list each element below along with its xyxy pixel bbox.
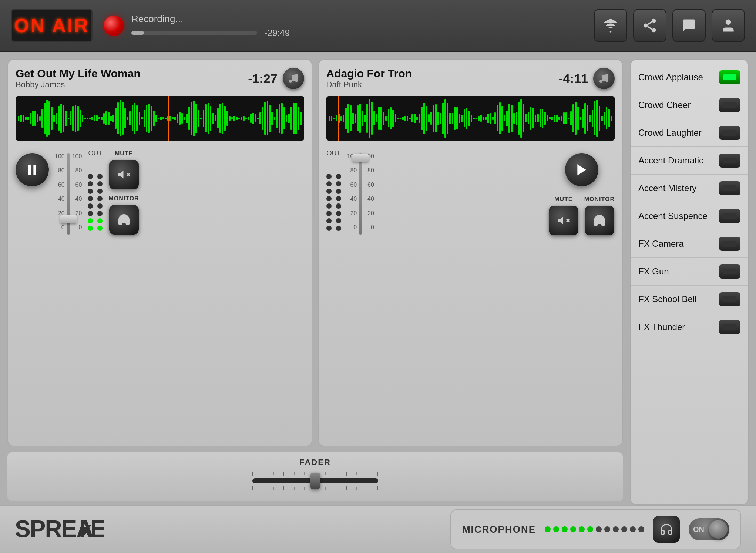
mic-monitor-button[interactable] xyxy=(653,516,680,543)
deck2-fader-handle[interactable] xyxy=(352,154,369,162)
sfx-name: Crowd Laughter xyxy=(638,128,702,138)
sfx-play-button[interactable] xyxy=(719,209,740,223)
mic-level-dot-inactive xyxy=(604,526,610,532)
sfx-play-button[interactable] xyxy=(719,292,740,306)
tick xyxy=(304,487,305,490)
recording-progress-row: -29:49 xyxy=(131,28,290,38)
music-note-icon-2 xyxy=(598,73,610,84)
tick xyxy=(367,472,367,475)
wave-bar xyxy=(506,111,508,126)
deck1-pause-button[interactable] xyxy=(16,153,49,186)
mic-on-toggle[interactable]: ON xyxy=(689,518,729,540)
wave-bar xyxy=(58,106,60,130)
wave-bar xyxy=(122,102,124,134)
deck1-header: Get Out My Life Woman Bobby James -1:27 xyxy=(16,67,304,90)
user-button[interactable] xyxy=(712,9,745,42)
deck1-time-section: -1:27 xyxy=(248,68,304,89)
sfx-panel: Crowd ApplauseCrowd CheerCrowd LaughterA… xyxy=(630,59,749,505)
wave-bar xyxy=(511,105,513,132)
mic-level-dot-inactive xyxy=(621,526,627,532)
deck2-mute-button[interactable] xyxy=(549,206,578,235)
wave-bar xyxy=(41,109,43,128)
chat-button[interactable] xyxy=(672,9,706,42)
wave-bar xyxy=(476,118,477,119)
deck2-volume-fader[interactable]: 100806040200 100806040200 xyxy=(347,146,374,235)
svg-point-7 xyxy=(289,80,292,83)
wave-bar xyxy=(452,113,453,124)
headphones-icon-2 xyxy=(593,214,606,227)
crossfader-handle[interactable] xyxy=(310,473,320,489)
mic-level-dot-inactive xyxy=(630,526,636,532)
vu-dot xyxy=(326,226,332,231)
deck1-mute-label: MUTE xyxy=(115,150,133,157)
wave-bar xyxy=(426,106,427,131)
deck2-waveform[interactable] xyxy=(326,96,615,141)
wave-bar xyxy=(466,108,467,128)
deck2-monitor-button[interactable] xyxy=(585,206,614,235)
deck1-mute-button[interactable] xyxy=(109,160,139,189)
sfx-play-button[interactable] xyxy=(719,126,740,140)
sfx-item[interactable]: Accent Mistery xyxy=(631,175,748,202)
sfx-item[interactable]: Accent Suspence xyxy=(631,202,748,230)
decks-column: Get Out My Life Woman Bobby James -1:27 xyxy=(7,59,623,505)
tick xyxy=(294,487,295,490)
sfx-play-button[interactable] xyxy=(719,320,740,334)
deck1-transport xyxy=(16,146,49,186)
deck1-volume-fader[interactable]: 100806040200 100806040200 xyxy=(55,146,82,235)
wave-bar xyxy=(224,106,225,131)
mic-level-dot xyxy=(545,526,551,532)
wave-bar xyxy=(276,109,278,128)
sfx-play-button[interactable] xyxy=(719,264,740,279)
wave-bar xyxy=(580,117,581,120)
wave-bar xyxy=(577,107,579,130)
sfx-item[interactable]: Crowd Applause xyxy=(631,64,748,91)
wave-bar xyxy=(428,114,430,122)
wave-bar xyxy=(508,104,510,133)
wave-bar xyxy=(44,103,45,134)
wave-bar xyxy=(84,118,85,119)
chat-icon xyxy=(681,17,697,34)
on-air-label: ON AIR xyxy=(14,14,90,37)
sfx-play-button[interactable] xyxy=(719,181,740,195)
sfx-item[interactable]: FX School Bell xyxy=(631,286,748,313)
deck2-play-button[interactable] xyxy=(565,153,598,186)
sfx-item[interactable]: Crowd Laughter xyxy=(631,119,748,147)
deck2-music-icon[interactable] xyxy=(593,68,615,89)
wave-bar xyxy=(23,115,24,122)
vu-dot xyxy=(88,203,93,209)
sfx-play-button[interactable] xyxy=(719,70,740,84)
wave-bar xyxy=(355,114,356,124)
on-toggle-knob xyxy=(709,520,728,539)
progress-bar-fill xyxy=(131,31,144,35)
sfx-play-button[interactable] xyxy=(719,237,740,251)
wave-bar xyxy=(124,108,126,128)
wave-bar xyxy=(120,100,121,136)
vu-dot-active xyxy=(88,226,93,231)
sfx-play-button[interactable] xyxy=(719,98,740,112)
sfx-item[interactable]: FX Thunder xyxy=(631,313,748,341)
mic-level-dot-inactive xyxy=(638,526,644,532)
sfx-item[interactable]: FX Camera xyxy=(631,230,748,258)
svg-marker-17 xyxy=(558,217,563,225)
wave-bar xyxy=(208,103,209,134)
deck1-fader-handle[interactable] xyxy=(60,215,77,223)
crossfader-container[interactable] xyxy=(252,472,378,490)
wave-bar xyxy=(584,103,586,133)
wifi-button[interactable] xyxy=(594,9,627,42)
wave-bar xyxy=(518,102,520,135)
share-button[interactable] xyxy=(633,9,666,42)
deck1-music-icon[interactable] xyxy=(283,68,304,89)
deck1-fader-track[interactable] xyxy=(67,153,70,235)
recording-section: Recording... -29:49 xyxy=(104,13,583,38)
wave-bar xyxy=(485,117,486,120)
deck1-monitor-button[interactable] xyxy=(109,205,139,235)
sfx-play-button[interactable] xyxy=(719,154,740,168)
deck2-fader-track[interactable] xyxy=(359,153,362,235)
tick xyxy=(356,472,357,475)
wave-bar xyxy=(447,103,448,134)
sfx-item[interactable]: FX Gun xyxy=(631,258,748,286)
sfx-item[interactable]: Accent Dramatic xyxy=(631,147,748,175)
sfx-item[interactable]: Crowd Cheer xyxy=(631,91,748,119)
wave-bar xyxy=(186,114,188,123)
deck1-waveform[interactable] xyxy=(16,96,304,141)
